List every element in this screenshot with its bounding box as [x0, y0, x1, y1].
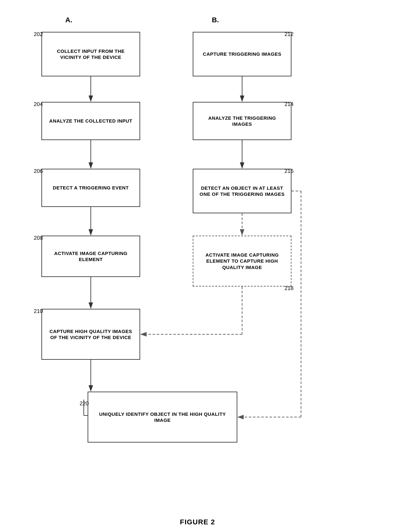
col-b-label: B.: [212, 16, 219, 24]
diagram-container: A. B. COLLECT INPUT FROM THE VICINITY OF…: [16, 13, 379, 513]
ref-214: 214: [284, 101, 293, 108]
box-218: ACTIVATE IMAGE CAPTURING ELEMENT TO CAPT…: [193, 236, 291, 287]
ref-202: 202: [34, 31, 43, 38]
ref-216: 216: [284, 168, 293, 174]
box-206: DETECT A TRIGGERING EVENT: [41, 169, 140, 207]
ref-206: 206: [34, 168, 43, 174]
box-210: CAPTURE HIGH QUALITY IMAGES OF THE VICIN…: [41, 309, 140, 360]
box-216: DETECT AN OBJECT IN AT LEAST ONE OF THE …: [193, 169, 291, 213]
box-214: ANALYZE THE TRIGGERING IMAGES: [193, 102, 291, 140]
box-212: CAPTURE TRIGGERING IMAGES: [193, 32, 291, 76]
ref-208: 208: [34, 235, 43, 241]
col-a-label: A.: [65, 16, 72, 24]
ref-204: 204: [34, 101, 43, 108]
figure-caption: FIGURE 2: [0, 518, 395, 526]
box-220: UNIQUELY IDENTIFY OBJECT IN THE HIGH QUA…: [88, 392, 237, 443]
box-208: ACTIVATE IMAGE CAPTURING ELEMENT: [41, 236, 140, 277]
ref-212: 212: [284, 31, 293, 38]
box-202: COLLECT INPUT FROM THE VICINITY OF THE D…: [41, 32, 140, 76]
ref-220: 220: [80, 401, 89, 407]
box-204: ANALYZE THE COLLECTED INPUT: [41, 102, 140, 140]
ref-210: 210: [34, 308, 43, 315]
ref-218: 218: [284, 285, 293, 292]
